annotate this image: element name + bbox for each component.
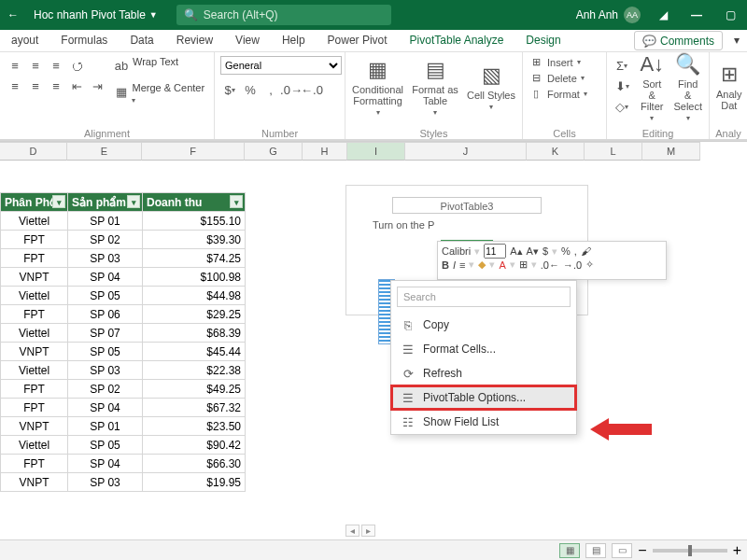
format-as-table-button[interactable]: ▤ Format as Table — [410, 56, 460, 118]
filter-drop-icon[interactable]: ▾ — [127, 195, 140, 208]
merge-center-button[interactable]: ▦ Merge & Center — [112, 82, 208, 105]
col-header-d[interactable]: D — [0, 142, 67, 161]
cell-distributor[interactable]: FPT — [1, 231, 68, 249]
cell-distributor[interactable]: Viettel — [1, 287, 68, 305]
cell-revenue[interactable]: $67.32 — [143, 399, 246, 417]
tab-help[interactable]: Help — [271, 30, 317, 51]
pivottable-name[interactable]: PivotTable3 — [392, 197, 542, 214]
col-header-e[interactable]: E — [67, 142, 142, 161]
conditional-formatting-button[interactable]: ▦ Conditional Formatting — [351, 56, 404, 118]
font-color-icon[interactable]: A — [499, 259, 505, 271]
filter-drop-icon[interactable]: ▾ — [52, 195, 65, 208]
table-row[interactable]: FPTSP 06$29.25 — [1, 305, 246, 324]
cell-distributor[interactable]: Viettel — [1, 212, 68, 231]
cell-revenue[interactable]: $74.25 — [143, 249, 246, 268]
cell-product[interactable]: SP 05 — [68, 343, 143, 361]
number-format-select[interactable]: General — [220, 56, 342, 75]
col-header-l[interactable]: L — [585, 142, 642, 161]
col-header-m[interactable]: M — [642, 142, 700, 161]
cell-revenue[interactable]: $22.38 — [143, 361, 246, 380]
cell-revenue[interactable]: $155.10 — [143, 212, 246, 231]
table-row[interactable]: FPTSP 04$66.30 — [1, 455, 246, 473]
context-format-cells[interactable]: ☰ Format Cells... — [391, 337, 576, 361]
comma-icon[interactable]: , — [574, 245, 577, 257]
tab-view[interactable]: View — [224, 30, 271, 51]
more-icon[interactable]: ✧ — [585, 259, 594, 271]
find-select-button[interactable]: 🔍 Find & Select — [672, 56, 703, 118]
percent-format-icon[interactable]: % — [241, 80, 260, 99]
sheet-scroll[interactable]: ◂ ▸ — [345, 523, 532, 538]
col-header-k[interactable]: K — [527, 142, 585, 161]
insert-cells-button[interactable]: ⊞Insert — [529, 56, 581, 68]
align-icon[interactable]: ≡ — [459, 259, 465, 271]
cell-product[interactable]: SP 05 — [68, 287, 143, 305]
context-refresh[interactable]: ⟳ Refresh — [391, 361, 576, 385]
th-product[interactable]: Sản phẩm▾ — [68, 193, 143, 212]
align-center-icon[interactable]: ≡ — [26, 77, 45, 95]
page-break-view-button[interactable]: ▭ — [612, 543, 632, 558]
cell-distributor[interactable]: FPT — [1, 249, 68, 268]
page-layout-view-button[interactable]: ▤ — [585, 543, 606, 558]
sheet-scroll-right-icon[interactable]: ▸ — [361, 525, 375, 537]
ribbon-display-icon[interactable]: ◢ — [646, 8, 680, 21]
clear-icon[interactable]: ◇ — [613, 97, 631, 116]
cell-revenue[interactable]: $90.42 — [143, 436, 246, 455]
minimize-button[interactable]: — — [680, 8, 713, 21]
align-bottom-icon[interactable]: ≡ — [47, 56, 65, 75]
decrease-font-icon[interactable]: A▾ — [527, 245, 539, 258]
cell-product[interactable]: SP 02 — [68, 380, 143, 399]
align-right-icon[interactable]: ≡ — [47, 77, 65, 95]
analyze-data-button[interactable]: ⊞ Analy Dat — [715, 56, 743, 118]
cell-styles-button[interactable]: ▧ Cell Styles — [466, 56, 516, 118]
cell-product[interactable]: SP 04 — [68, 455, 143, 473]
table-row[interactable]: VNPTSP 05$45.44 — [1, 343, 246, 361]
format-painter-icon[interactable]: 🖌 — [581, 245, 591, 257]
mini-font-name[interactable]: Calibri — [442, 245, 471, 257]
cell-distributor[interactable]: FPT — [1, 399, 68, 417]
table-row[interactable]: ViettelSP 01$155.10 — [1, 212, 246, 231]
worksheet[interactable]: D E F G H I J K L M Phân Phố▾ Sản phẩm▾ … — [0, 142, 747, 539]
delete-cells-button[interactable]: ⊟Delete — [529, 72, 585, 84]
cell-product[interactable]: SP 05 — [68, 436, 143, 455]
context-search[interactable]: Search — [397, 287, 571, 307]
cell-revenue[interactable]: $39.30 — [143, 231, 246, 249]
align-left-icon[interactable]: ≡ — [6, 77, 24, 95]
back-icon[interactable]: ← — [0, 8, 26, 21]
cell-revenue[interactable]: $45.44 — [143, 343, 246, 361]
cell-distributor[interactable]: Viettel — [1, 436, 68, 455]
table-row[interactable]: ViettelSP 05$90.42 — [1, 436, 246, 455]
col-header-i[interactable]: I — [347, 142, 405, 161]
table-row[interactable]: ViettelSP 07$68.39 — [1, 324, 246, 343]
cell-revenue[interactable]: $49.25 — [143, 380, 246, 399]
cell-product[interactable]: SP 06 — [68, 305, 143, 324]
percent-icon[interactable]: % — [561, 245, 571, 257]
tab-data[interactable]: Data — [119, 30, 164, 51]
cell-distributor[interactable]: FPT — [1, 380, 68, 399]
cell-distributor[interactable]: VNPT — [1, 268, 68, 287]
decrease-indent-icon[interactable]: ⇤ — [67, 77, 86, 95]
accounting-format-icon[interactable]: $ — [220, 80, 239, 99]
bold-icon[interactable]: B — [442, 259, 449, 271]
align-middle-icon[interactable]: ≡ — [26, 56, 45, 75]
tab-pivottable-analyze[interactable]: PivotTable Analyze — [399, 30, 515, 51]
table-row[interactable]: ViettelSP 03$22.38 — [1, 361, 246, 380]
filter-drop-icon[interactable]: ▾ — [230, 195, 243, 208]
increase-decimal-mini-icon[interactable]: →.0 — [563, 259, 582, 271]
cell-revenue[interactable]: $23.50 — [143, 417, 246, 436]
context-pivottable-options[interactable]: ☰ PivotTable Options... — [391, 385, 576, 410]
normal-view-button[interactable]: ▦ — [559, 543, 580, 558]
decrease-decimal-icon[interactable]: ←.0 — [303, 80, 321, 99]
currency-icon[interactable]: $ — [543, 245, 548, 257]
cell-distributor[interactable]: Viettel — [1, 361, 68, 380]
table-row[interactable]: FPTSP 04$67.32 — [1, 399, 246, 417]
border-icon[interactable]: ⊞ — [519, 259, 528, 271]
tab-review[interactable]: Review — [165, 30, 224, 51]
table-row[interactable]: FPTSP 02$39.30 — [1, 231, 246, 249]
cell-product[interactable]: SP 03 — [68, 361, 143, 380]
zoom-in-icon[interactable]: + — [733, 542, 741, 559]
align-top-icon[interactable]: ≡ — [6, 56, 24, 75]
comments-button[interactable]: 💬 Comments — [634, 31, 723, 50]
increase-font-icon[interactable]: A▴ — [510, 245, 522, 258]
cell-product[interactable]: SP 01 — [68, 417, 143, 436]
account-button[interactable]: Anh Anh AA — [576, 7, 646, 23]
